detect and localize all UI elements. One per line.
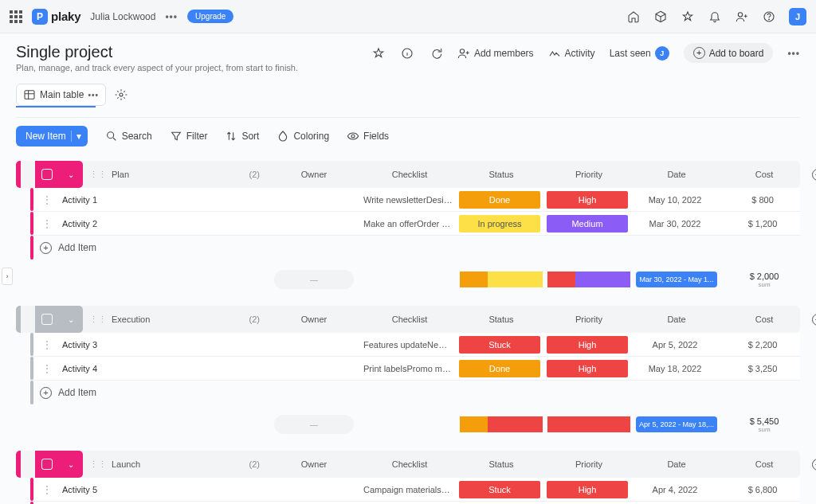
group-checkbox[interactable] xyxy=(41,169,53,180)
col-date[interactable]: Date xyxy=(633,459,720,469)
col-checklist[interactable]: Checklist xyxy=(362,459,457,469)
group-collapse-toggle[interactable]: ⌄ xyxy=(68,315,74,324)
cell-date[interactable]: May 18, 2022 xyxy=(631,364,719,373)
cell-priority[interactable]: High xyxy=(543,360,631,377)
add-item-button[interactable]: + Add Item xyxy=(30,381,800,404)
apps-menu-icon[interactable] xyxy=(10,10,22,23)
settings-icon[interactable] xyxy=(114,88,128,102)
col-cost[interactable]: Cost xyxy=(720,459,808,469)
cell-date[interactable]: May 10, 2022 xyxy=(631,195,719,205)
expand-sidebar-handle[interactable]: › xyxy=(2,268,13,285)
sort-tool[interactable]: Sort xyxy=(225,130,259,143)
user-avatar[interactable]: J xyxy=(789,8,806,25)
cell-priority[interactable]: High xyxy=(543,481,631,498)
add-members-button[interactable]: Add members xyxy=(457,47,534,60)
row-menu[interactable]: ⋮ xyxy=(35,363,59,374)
cell-priority[interactable]: High xyxy=(543,336,631,354)
cell-cost[interactable]: $ 1,200 xyxy=(719,219,806,229)
box-icon[interactable] xyxy=(653,10,668,24)
tab-more[interactable]: ••• xyxy=(88,91,99,100)
star-icon[interactable] xyxy=(681,10,695,24)
logo[interactable]: P plaky xyxy=(32,9,80,25)
fields-tool[interactable]: Fields xyxy=(347,130,389,143)
table-row[interactable]: ⋮ Activity 1 Write newsletterDesign r...… xyxy=(30,188,800,212)
col-date[interactable]: Date xyxy=(633,315,720,324)
home-icon[interactable] xyxy=(626,10,641,24)
activity-button[interactable]: Activity xyxy=(548,47,595,60)
filter-tool[interactable]: Filter xyxy=(170,130,208,143)
search-tool[interactable]: Search xyxy=(105,130,152,143)
col-priority[interactable]: Priority xyxy=(545,315,633,324)
chevron-down-icon[interactable]: ▾ xyxy=(71,131,81,142)
col-status[interactable]: Status xyxy=(457,459,545,469)
tab-main-table[interactable]: Main table ••• xyxy=(16,84,106,106)
cell-checklist[interactable]: Features updateNew tec... xyxy=(360,340,456,350)
table-row[interactable]: ⋮ Activity 4 Print labelsPromo materi...… xyxy=(30,357,800,381)
cell-date[interactable]: Mar 30, 2022 xyxy=(631,219,719,229)
cell-cost[interactable]: $ 800 xyxy=(719,195,806,205)
automation-icon[interactable] xyxy=(429,46,443,61)
cell-priority[interactable]: Medium xyxy=(543,215,631,232)
col-priority[interactable]: Priority xyxy=(545,170,633,179)
cell-status[interactable]: In progress xyxy=(456,215,543,232)
add-column-button[interactable]: + xyxy=(808,314,816,326)
new-item-button[interactable]: New Item ▾ xyxy=(16,126,88,147)
cell-status[interactable]: Stuck xyxy=(456,336,543,354)
more-menu[interactable]: ••• xyxy=(165,11,178,22)
col-status[interactable]: Status xyxy=(457,170,545,179)
row-name[interactable]: Activity 3 xyxy=(59,340,265,350)
upgrade-button[interactable]: Upgrade xyxy=(187,10,233,23)
row-name[interactable]: Activity 1 xyxy=(59,195,265,205)
table-row[interactable]: ⋮ Activity 5 Campaign materialsUpd... St… xyxy=(30,478,800,502)
last-seen[interactable]: Last seen J xyxy=(610,46,669,61)
col-checklist[interactable]: Checklist xyxy=(362,315,457,324)
add-to-board-button[interactable]: + Add to board xyxy=(684,43,774,63)
coloring-tool[interactable]: Coloring xyxy=(277,130,329,143)
help-icon[interactable] xyxy=(762,10,776,24)
drag-handle-icon[interactable]: ⋮⋮ xyxy=(89,459,107,470)
summary-more[interactable]: ⋮ xyxy=(808,420,816,429)
board-more-menu[interactable]: ••• xyxy=(787,48,800,59)
cell-cost[interactable]: $ 6,800 xyxy=(719,485,806,494)
cell-status[interactable]: Stuck xyxy=(456,481,543,498)
group-checkbox[interactable] xyxy=(41,459,53,470)
group-collapse-toggle[interactable]: ⌄ xyxy=(68,170,74,179)
group-collapse-toggle[interactable]: ⌄ xyxy=(68,460,74,469)
row-menu[interactable]: ⋮ xyxy=(35,218,59,229)
cell-checklist[interactable]: Make an offerOrder new l... xyxy=(360,219,456,229)
add-user-icon[interactable] xyxy=(735,10,749,24)
cell-cost[interactable]: $ 2,200 xyxy=(719,340,806,350)
group-name[interactable]: Execution xyxy=(112,315,245,324)
drag-handle-icon[interactable]: ⋮⋮ xyxy=(89,315,107,325)
bell-icon[interactable] xyxy=(708,10,722,24)
add-column-button[interactable]: + xyxy=(808,169,816,181)
cell-cost[interactable]: $ 3,250 xyxy=(719,364,806,373)
row-menu[interactable]: ⋮ xyxy=(35,484,59,495)
col-checklist[interactable]: Checklist xyxy=(362,170,457,179)
col-cost[interactable]: Cost xyxy=(720,170,808,179)
info-icon[interactable] xyxy=(400,46,414,61)
group-checkbox[interactable] xyxy=(41,314,53,325)
table-row[interactable]: ⋮ Activity 3 Features updateNew tec... S… xyxy=(30,333,800,357)
drag-handle-icon[interactable]: ⋮⋮ xyxy=(89,170,107,180)
row-name[interactable]: Activity 4 xyxy=(59,364,265,373)
summary-more[interactable]: ⋮ xyxy=(808,275,816,284)
cell-status[interactable]: Done xyxy=(456,191,543,209)
cell-status[interactable]: Done xyxy=(456,360,543,377)
col-owner[interactable]: Owner xyxy=(266,459,362,469)
col-priority[interactable]: Priority xyxy=(545,459,633,469)
add-column-button[interactable]: + xyxy=(808,459,816,471)
cell-checklist[interactable]: Campaign materialsUpd... xyxy=(360,485,456,494)
col-cost[interactable]: Cost xyxy=(720,315,808,324)
cell-checklist[interactable]: Write newsletterDesign r... xyxy=(360,195,456,205)
row-name[interactable]: Activity 2 xyxy=(59,219,265,229)
add-item-button[interactable]: + Add Item xyxy=(30,236,800,260)
row-name[interactable]: Activity 5 xyxy=(59,485,265,494)
cell-date[interactable]: Apr 4, 2022 xyxy=(631,485,719,494)
col-owner[interactable]: Owner xyxy=(266,170,362,179)
cell-checklist[interactable]: Print labelsPromo materi... xyxy=(360,364,456,373)
row-menu[interactable]: ⋮ xyxy=(35,339,59,350)
star-board-icon[interactable] xyxy=(371,46,386,61)
col-owner[interactable]: Owner xyxy=(266,315,362,324)
cell-priority[interactable]: High xyxy=(543,191,631,209)
